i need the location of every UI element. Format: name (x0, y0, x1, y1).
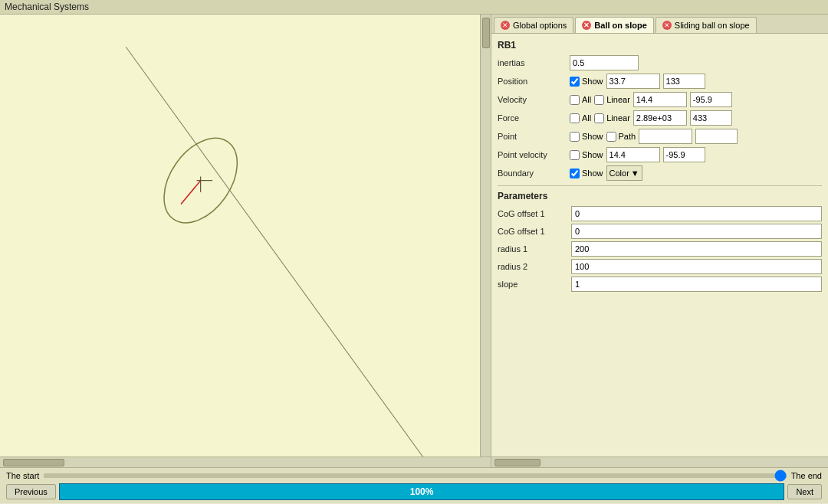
point-show-checkbox[interactable] (570, 132, 580, 142)
cog-offset-2-input[interactable] (571, 224, 822, 239)
parameters-section: Parameters CoG offset 1 CoG offset 1 rad… (498, 185, 822, 292)
chevron-down-icon: ▼ (631, 169, 639, 178)
right-hscroll-thumb[interactable] (495, 459, 540, 466)
force-row: Force All Linear (498, 110, 822, 126)
rb1-section-title: RB1 (498, 40, 822, 51)
start-label: The start (6, 471, 39, 480)
canvas-and-vscroll (0, 15, 491, 457)
tab-global-options[interactable]: ✕ Global options (494, 17, 573, 33)
position-show-label: Show (582, 77, 603, 86)
canvas-area (0, 15, 480, 457)
boundary-label: Boundary (498, 169, 567, 178)
position-show-group: Show (570, 77, 603, 87)
vscroll-thumb[interactable] (482, 18, 490, 48)
tab-ball-on-slope[interactable]: ✕ Ball on slope (575, 17, 653, 33)
inertias-label: inertias (498, 58, 567, 67)
radius-1-label: radius 1 (498, 244, 567, 254)
position-y-input[interactable] (663, 74, 705, 89)
slope-label: slope (498, 280, 567, 289)
horizontal-scrollbar[interactable] (0, 457, 491, 467)
timeline-slider[interactable] (44, 473, 786, 478)
velocity-all-label: All (582, 95, 591, 104)
inertias-input[interactable] (570, 55, 639, 70)
tab-label-global-options: Global options (513, 21, 567, 30)
point-x-input[interactable] (639, 129, 692, 144)
main-layout: ✕ Global options ✕ Ball on slope ✕ Slidi… (0, 15, 828, 503)
force-all-label: All (582, 113, 591, 123)
tab-close-sliding-ball-on-slope[interactable]: ✕ (662, 21, 672, 30)
point-path-checkbox[interactable] (606, 132, 616, 142)
hscroll-thumb[interactable] (3, 459, 64, 466)
parameters-title: Parameters (498, 191, 822, 201)
app-title: Mechanical Systems (5, 2, 89, 12)
inertias-row: inertias (498, 55, 822, 70)
velocity-x-input[interactable] (633, 92, 687, 107)
boundary-row: Boundary Show Color ▼ (498, 165, 822, 181)
bottom-area: The start The end Previous 100% Next (0, 467, 828, 503)
point-label: Point (498, 132, 567, 141)
cog-offset-1-label: CoG offset 1 (498, 209, 567, 218)
point-y-input[interactable] (695, 129, 738, 144)
point-velocity-label: Point velocity (498, 150, 567, 159)
cog-offset-2-label: CoG offset 1 (498, 227, 567, 236)
force-x-input[interactable] (633, 110, 687, 126)
boundary-show-label: Show (582, 169, 603, 178)
svg-rect-0 (0, 23, 480, 447)
force-label: Force (498, 113, 567, 123)
slope-input[interactable] (571, 277, 822, 292)
slope-row: slope (498, 277, 822, 292)
boundary-show-group: Show (570, 169, 603, 178)
progress-bar-container: 100% (59, 483, 785, 500)
tab-close-global-options[interactable]: ✕ (501, 21, 510, 30)
end-label: The end (791, 471, 822, 480)
panel-content: RB1 inertias Position Show (491, 34, 828, 457)
vertical-scrollbar[interactable] (480, 15, 491, 457)
content-area: ✕ Global options ✕ Ball on slope ✕ Slidi… (0, 15, 828, 467)
boundary-color-label: Color (610, 169, 629, 178)
point-velocity-show-checkbox[interactable] (570, 150, 580, 160)
cog-offset-1-row: CoG offset 1 (498, 206, 822, 221)
force-all-group: All (570, 113, 591, 123)
force-linear-label: Linear (606, 113, 630, 123)
boundary-show-checkbox[interactable] (570, 169, 580, 178)
tab-label-ball-on-slope: Ball on slope (594, 21, 646, 30)
force-linear-group: Linear (594, 113, 630, 123)
force-linear-checkbox[interactable] (594, 113, 604, 123)
tab-label-sliding-ball-on-slope: Sliding ball on slope (675, 21, 750, 30)
scene-svg (0, 15, 480, 457)
velocity-linear-label: Linear (606, 95, 630, 104)
cog-offset-2-row: CoG offset 1 (498, 224, 822, 239)
velocity-label: Velocity (498, 95, 567, 104)
radius-2-row: radius 2 (498, 259, 822, 274)
velocity-row: Velocity All Linear (498, 92, 822, 107)
progress-label: 100% (410, 486, 434, 497)
previous-button[interactable]: Previous (6, 484, 56, 499)
tab-close-ball-on-slope[interactable]: ✕ (582, 21, 591, 30)
velocity-y-input[interactable] (690, 92, 732, 107)
force-y-input[interactable] (690, 110, 732, 126)
tab-sliding-ball-on-slope[interactable]: ✕ Sliding ball on slope (656, 17, 757, 33)
radius-1-input[interactable] (571, 241, 822, 257)
velocity-linear-group: Linear (594, 95, 630, 105)
nav-row: Previous 100% Next (6, 483, 822, 500)
next-button[interactable]: Next (787, 484, 822, 499)
position-show-checkbox[interactable] (570, 77, 580, 87)
canvas-wrapper (0, 15, 491, 467)
cog-offset-1-input[interactable] (571, 206, 822, 221)
right-panel: ✕ Global options ✕ Ball on slope ✕ Slidi… (491, 15, 828, 467)
point-velocity-x-input[interactable] (606, 147, 660, 162)
radius-1-row: radius 1 (498, 241, 822, 257)
velocity-all-checkbox[interactable] (570, 95, 580, 105)
radius-2-label: radius 2 (498, 262, 567, 271)
position-x-input[interactable] (606, 74, 660, 89)
right-panel-hscroll[interactable] (491, 457, 828, 467)
point-velocity-show-label: Show (582, 150, 603, 159)
point-path-group: Path (606, 132, 636, 142)
point-velocity-y-input[interactable] (663, 147, 705, 162)
velocity-linear-checkbox[interactable] (594, 95, 604, 105)
point-row: Point Show Path (498, 129, 822, 144)
force-all-checkbox[interactable] (570, 113, 580, 123)
point-velocity-row: Point velocity Show (498, 147, 822, 162)
radius-2-input[interactable] (571, 259, 822, 274)
boundary-color-dropdown[interactable]: Color ▼ (606, 165, 642, 181)
